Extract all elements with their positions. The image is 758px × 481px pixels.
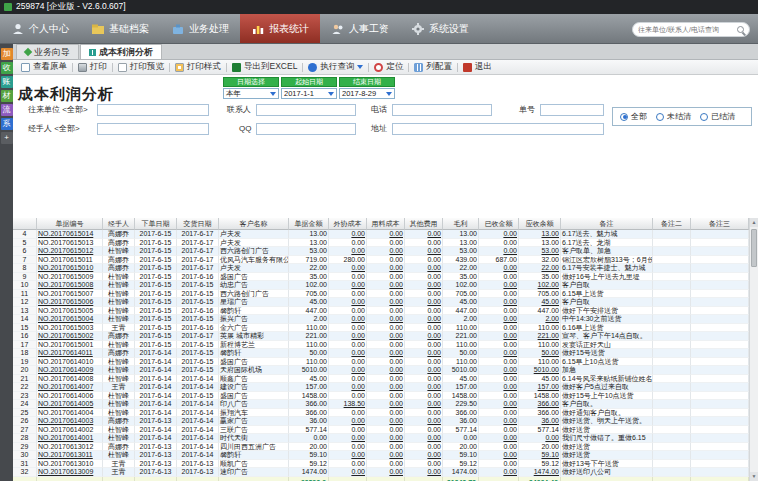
- received-cell[interactable]: 0.00: [479, 366, 519, 375]
- received-cell[interactable]: 0.00: [479, 434, 519, 443]
- doc-no-cell[interactable]: NO.20170615005: [37, 307, 103, 316]
- material-cell[interactable]: 0.00: [367, 256, 405, 265]
- nav-business-process[interactable]: 业务处理: [160, 14, 240, 43]
- other-fee-cell[interactable]: 0.00: [405, 256, 443, 265]
- doc-no-cell[interactable]: NO.20170614011: [37, 349, 103, 358]
- scroll-down-icon[interactable]: ▼: [750, 472, 758, 481]
- table-row[interactable]: 15NO.20170615003王青2017-6-152017-6-16金六广告…: [13, 324, 749, 333]
- material-cell[interactable]: 0.00: [367, 383, 405, 392]
- balance-cell[interactable]: 110.00: [519, 341, 561, 350]
- doc-no-cell[interactable]: NO.20170615009: [37, 273, 103, 282]
- qq-field[interactable]: [256, 123, 356, 135]
- table-row[interactable]: 24NO.20170614005杜智峰2017-6-142017-6-14印八广…: [13, 400, 749, 409]
- balance-cell[interactable]: 45.00: [519, 298, 561, 307]
- received-cell[interactable]: 0.00: [479, 239, 519, 248]
- other-fee-cell[interactable]: 0.00: [405, 375, 443, 384]
- column-header-other-fee[interactable]: 其他费用: [405, 218, 443, 230]
- balance-cell[interactable]: 0.00: [519, 434, 561, 443]
- received-cell[interactable]: 0.00: [479, 230, 519, 239]
- doc-no-cell[interactable]: NO.20170615013: [37, 239, 103, 248]
- other-fee-cell[interactable]: 0.00: [405, 366, 443, 375]
- table-row[interactable]: 19NO.20170614010杜智峰2017-6-142017-6-15盛国广…: [13, 358, 749, 367]
- other-fee-cell[interactable]: 0.00: [405, 341, 443, 350]
- status-radio[interactable]: 已结清: [700, 111, 735, 122]
- outsource-cell[interactable]: 0.00: [329, 230, 367, 239]
- table-row[interactable]: 20NO.20170614009杜智峰2017-6-142017-6-15天府国…: [13, 366, 749, 375]
- outsource-cell[interactable]: 0.00: [329, 239, 367, 248]
- material-cell[interactable]: 0.00: [367, 315, 405, 324]
- handler-field[interactable]: [97, 123, 209, 135]
- other-fee-cell[interactable]: 0.00: [405, 332, 443, 341]
- material-cell[interactable]: 0.00: [367, 443, 405, 452]
- balance-cell[interactable]: 45.00: [519, 375, 561, 384]
- column-header-handler[interactable]: 经手人: [103, 218, 135, 230]
- other-fee-cell[interactable]: 0.00: [405, 443, 443, 452]
- column-header-remark[interactable]: 备注: [561, 218, 653, 230]
- global-search-box[interactable]: [632, 22, 750, 37]
- other-fee-cell[interactable]: 0.00: [405, 400, 443, 409]
- end-date-picker[interactable]: 2017-8-29: [339, 88, 395, 99]
- outsource-cell[interactable]: 0.00: [329, 315, 367, 324]
- received-cell[interactable]: 0.00: [479, 417, 519, 426]
- other-fee-cell[interactable]: 0.00: [405, 264, 443, 273]
- balance-cell[interactable]: 59.10: [519, 451, 561, 460]
- doc-no-cell[interactable]: NO.20170614005: [37, 400, 103, 409]
- other-fee-cell[interactable]: 0.00: [405, 383, 443, 392]
- outsource-cell[interactable]: 0.00: [329, 468, 367, 477]
- outsource-cell[interactable]: 0.00: [329, 358, 367, 367]
- sidebar-quick-item[interactable]: 账: [1, 76, 13, 88]
- received-cell[interactable]: 0.00: [479, 443, 519, 452]
- doc-no-cell[interactable]: NO.20170614006: [37, 392, 103, 401]
- nav-system-settings[interactable]: 系统设置: [400, 14, 480, 43]
- outsource-cell[interactable]: 0.00: [329, 434, 367, 443]
- received-cell[interactable]: 0.00: [479, 315, 519, 324]
- column-header-order-date[interactable]: 下单日期: [135, 218, 177, 230]
- table-row[interactable]: 21NO.20170614008杜智峰2017-6-142017-6-14顺鑫广…: [13, 375, 749, 384]
- table-row[interactable]: 17NO.20170615001杜智峰2017-6-152017-6-15新程博…: [13, 341, 749, 350]
- column-header-remark3[interactable]: 备注三: [691, 218, 749, 230]
- material-cell[interactable]: 0.00: [367, 468, 405, 477]
- material-cell[interactable]: 0.00: [367, 349, 405, 358]
- table-row[interactable]: 9NO.20170615009杜智峰2017-6-152017-6-16盛国广告…: [13, 273, 749, 282]
- balance-cell[interactable]: 2.00: [519, 315, 561, 324]
- sidebar-quick-item[interactable]: 加: [1, 48, 13, 60]
- material-cell[interactable]: 0.00: [367, 426, 405, 435]
- doc-no-cell[interactable]: NO.20170615006: [37, 298, 103, 307]
- material-cell[interactable]: 0.00: [367, 434, 405, 443]
- table-row[interactable]: 10NO.20170615008杜智峰2017-6-152017-6-15幼忠广…: [13, 281, 749, 290]
- doc-no-cell[interactable]: NO.20170615007: [37, 290, 103, 299]
- material-cell[interactable]: 0.00: [367, 409, 405, 418]
- material-cell[interactable]: 0.00: [367, 307, 405, 316]
- table-row[interactable]: 7NO.20170615011高娜乔2017-6-152017-6-17优风马汽…: [13, 256, 749, 265]
- table-row[interactable]: 14NO.20170615004杜智峰2017-6-152017-6-15振兴广…: [13, 315, 749, 324]
- received-cell[interactable]: 0.00: [479, 468, 519, 477]
- received-cell[interactable]: 0.00: [479, 298, 519, 307]
- received-cell[interactable]: 0.00: [479, 332, 519, 341]
- doc-no-cell[interactable]: NO.20170615003: [37, 324, 103, 333]
- material-cell[interactable]: 0.00: [367, 392, 405, 401]
- balance-cell[interactable]: 32.00: [519, 256, 561, 265]
- doc-no-cell[interactable]: NO.20170615010: [37, 264, 103, 273]
- material-cell[interactable]: 0.00: [367, 460, 405, 469]
- balance-cell[interactable]: 20.00: [519, 443, 561, 452]
- doc-no-cell[interactable]: NO.20170615002: [37, 332, 103, 341]
- column-config-button[interactable]: 列配置: [409, 60, 457, 74]
- balance-cell[interactable]: 59.12: [519, 460, 561, 469]
- received-cell[interactable]: 0.00: [479, 281, 519, 290]
- outsource-cell[interactable]: 138.50: [329, 400, 367, 409]
- print-button[interactable]: 打印: [73, 60, 112, 74]
- outsource-cell[interactable]: 0.00: [329, 341, 367, 350]
- outsource-cell[interactable]: 0.00: [329, 324, 367, 333]
- column-header-material[interactable]: 用料成本: [367, 218, 405, 230]
- doc-no-cell[interactable]: NO.20170614009: [37, 366, 103, 375]
- material-cell[interactable]: 0.00: [367, 358, 405, 367]
- table-row[interactable]: 8NO.20170615010高娜乔2017-6-152017-6-17卢夫发2…: [13, 264, 749, 273]
- received-cell[interactable]: 0.00: [479, 451, 519, 460]
- balance-cell[interactable]: 110.00: [519, 324, 561, 333]
- other-fee-cell[interactable]: 0.00: [405, 307, 443, 316]
- outsource-cell[interactable]: 0.00: [329, 349, 367, 358]
- outsource-cell[interactable]: 280.00: [329, 256, 367, 265]
- other-fee-cell[interactable]: 0.00: [405, 290, 443, 299]
- table-row[interactable]: 32NO.20170613009王青2017-6-132017-6-13速印广告…: [13, 468, 749, 477]
- balance-cell[interactable]: 35.00: [519, 273, 561, 282]
